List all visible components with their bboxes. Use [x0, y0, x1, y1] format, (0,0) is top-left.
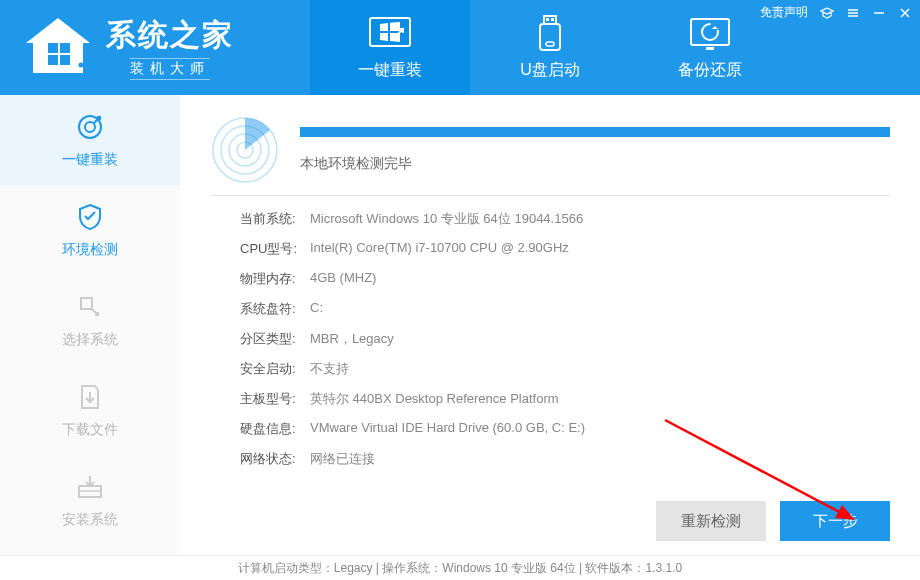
info-row: 物理内存:4GB (MHZ) [240, 270, 890, 288]
sidebar-item-install[interactable]: 安装系统 [0, 455, 180, 545]
scan-header: 本地环境检测完毕 [210, 115, 890, 185]
backup-icon [688, 14, 732, 54]
logo-text: 系统之家 装机大师 [106, 15, 234, 80]
svg-rect-0 [48, 43, 58, 53]
info-label: 系统盘符: [240, 300, 310, 318]
svg-rect-9 [546, 18, 549, 21]
sidebar-item-label: 环境检测 [62, 241, 118, 259]
info-label: 主板型号: [240, 390, 310, 408]
info-row: 安全启动:不支持 [240, 360, 890, 378]
select-icon [74, 291, 106, 323]
svg-rect-2 [48, 55, 58, 65]
close-button[interactable] [898, 6, 912, 20]
info-value: 4GB (MHZ) [310, 270, 376, 288]
svg-point-4 [79, 62, 84, 67]
info-value: VMware Virtual IDE Hard Drive (60.0 GB, … [310, 420, 585, 438]
window-controls: 免责声明 [760, 4, 912, 21]
sidebar: 一键重装 环境检测 选择系统 下载文件 安装系统 [0, 95, 180, 555]
info-row: CPU型号:Intel(R) Core(TM) i7-10700 CPU @ 2… [240, 240, 890, 258]
svg-rect-13 [691, 19, 729, 45]
info-value: 不支持 [310, 360, 349, 378]
sidebar-item-label: 选择系统 [62, 331, 118, 349]
info-value: C: [310, 300, 323, 318]
usb-icon [535, 14, 565, 54]
settings-icon[interactable] [846, 6, 860, 20]
progress-bar [300, 127, 890, 137]
svg-point-5 [84, 58, 88, 62]
scan-right: 本地环境检测完毕 [300, 127, 890, 173]
radar-icon [210, 115, 280, 185]
info-row: 主板型号:英特尔 440BX Desktop Reference Platfor… [240, 390, 890, 408]
logo-title: 系统之家 [106, 15, 234, 56]
action-buttons: 重新检测 下一步 [656, 501, 890, 541]
footer: 计算机启动类型：Legacy | 操作系统：Windows 10 专业版 64位… [0, 555, 920, 580]
info-value: 网络已连接 [310, 450, 375, 468]
info-label: CPU型号: [240, 240, 310, 258]
minimize-button[interactable] [872, 6, 886, 20]
tab-usb-boot[interactable]: U盘启动 [470, 0, 630, 95]
info-label: 网络状态: [240, 450, 310, 468]
info-row: 硬盘信息:VMware Virtual IDE Hard Drive (60.0… [240, 420, 890, 438]
tab-reinstall[interactable]: 一键重装 [310, 0, 470, 95]
info-label: 安全启动: [240, 360, 310, 378]
sidebar-item-download[interactable]: 下载文件 [0, 365, 180, 455]
download-icon [74, 381, 106, 413]
svg-point-6 [88, 52, 91, 55]
target-icon [74, 111, 106, 143]
svg-rect-1 [60, 43, 70, 53]
logo-subtitle: 装机大师 [130, 58, 210, 80]
body: 一键重装 环境检测 选择系统 下载文件 安装系统 本地环境检测完毕 [0, 95, 920, 555]
tab-label: 备份还原 [678, 60, 742, 81]
svg-point-20 [85, 122, 95, 132]
sidebar-item-label: 下载文件 [62, 421, 118, 439]
logo-area: 系统之家 装机大师 [0, 0, 310, 95]
svg-rect-10 [551, 18, 554, 21]
info-row: 系统盘符:C: [240, 300, 890, 318]
main-panel: 本地环境检测完毕 当前系统:Microsoft Windows 10 专业版 6… [180, 95, 920, 555]
next-button[interactable]: 下一步 [780, 501, 890, 541]
info-label: 当前系统: [240, 210, 310, 228]
divider [210, 195, 890, 196]
info-row: 网络状态:网络已连接 [240, 450, 890, 468]
sidebar-item-label: 一键重装 [62, 151, 118, 169]
redetect-button[interactable]: 重新检测 [656, 501, 766, 541]
info-value: Intel(R) Core(TM) i7-10700 CPU @ 2.90GHz [310, 240, 569, 258]
info-value: Microsoft Windows 10 专业版 64位 19044.1566 [310, 210, 583, 228]
graduation-icon[interactable] [820, 6, 834, 20]
disclaimer-link[interactable]: 免责声明 [760, 4, 808, 21]
info-row: 当前系统:Microsoft Windows 10 专业版 64位 19044.… [240, 210, 890, 228]
svg-rect-8 [544, 16, 556, 24]
svg-rect-12 [546, 42, 554, 46]
tab-label: 一键重装 [358, 60, 422, 81]
sidebar-item-env-check[interactable]: 环境检测 [0, 185, 180, 275]
svg-point-14 [702, 24, 718, 40]
info-value: 英特尔 440BX Desktop Reference Platform [310, 390, 559, 408]
sidebar-item-reinstall[interactable]: 一键重装 [0, 95, 180, 185]
install-icon [74, 471, 106, 503]
info-value: MBR，Legacy [310, 330, 394, 348]
svg-rect-3 [60, 55, 70, 65]
footer-text: 计算机启动类型：Legacy | 操作系统：Windows 10 专业版 64位… [238, 560, 682, 577]
windows-icon [368, 14, 412, 54]
svg-rect-15 [706, 47, 714, 50]
tab-label: U盘启动 [520, 60, 580, 81]
header: 系统之家 装机大师 一键重装 U盘启动 备份还原 免责声明 [0, 0, 920, 95]
scan-status: 本地环境检测完毕 [300, 155, 890, 173]
info-row: 分区类型:MBR，Legacy [240, 330, 890, 348]
shield-icon [74, 201, 106, 233]
info-rows: 当前系统:Microsoft Windows 10 专业版 64位 19044.… [210, 210, 890, 468]
info-label: 分区类型: [240, 330, 310, 348]
sidebar-item-label: 安装系统 [62, 511, 118, 529]
info-label: 硬盘信息: [240, 420, 310, 438]
sidebar-item-select-system[interactable]: 选择系统 [0, 275, 180, 365]
house-logo-icon [18, 13, 98, 83]
info-label: 物理内存: [240, 270, 310, 288]
